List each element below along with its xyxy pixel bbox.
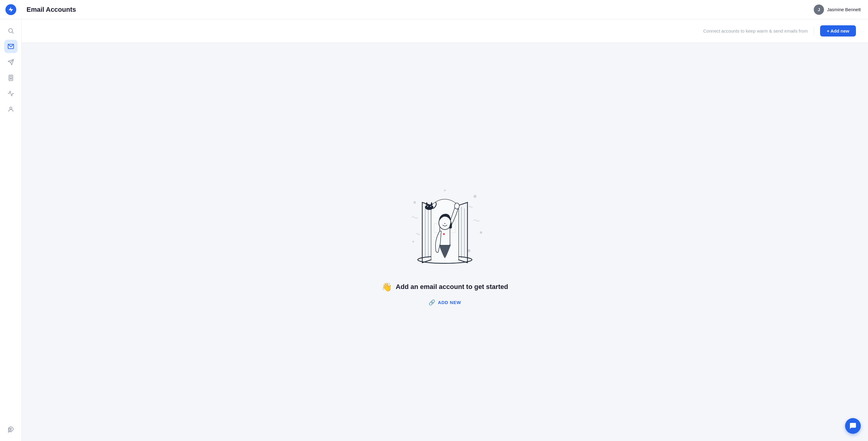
empty-state-text: Add an email account to get started	[396, 283, 508, 291]
svg-point-9	[10, 428, 11, 429]
svg-point-11	[473, 195, 476, 198]
sidebar-bottom	[4, 423, 18, 436]
sidebar-item-send[interactable]	[4, 56, 18, 69]
topbar: Email Accounts J Jasmine Bennett	[0, 0, 868, 19]
user-area[interactable]: J Jasmine Bennett	[814, 4, 861, 15]
user-avatar: J	[814, 4, 824, 15]
svg-line-1	[12, 32, 13, 33]
wave-emoji: 👋	[381, 282, 392, 292]
svg-point-27	[444, 223, 445, 224]
add-new-header-button[interactable]: + Add new	[820, 25, 856, 36]
chat-button[interactable]	[845, 418, 861, 434]
logo-area	[0, 0, 22, 19]
header-divider	[814, 27, 814, 36]
illustration	[397, 178, 493, 275]
sidebar-item-profile[interactable]	[4, 102, 18, 116]
svg-rect-6	[10, 76, 12, 79]
svg-point-15	[467, 249, 470, 252]
svg-point-12	[480, 231, 482, 234]
sidebar-item-email[interactable]	[4, 40, 18, 53]
add-new-link[interactable]: 🔗 ADD NEW	[429, 299, 461, 306]
empty-state: 👋 Add an email account to get started 🔗 …	[22, 43, 868, 441]
svg-point-25	[455, 203, 459, 209]
header-subtitle: Connect accounts to keep warm & send ema…	[703, 28, 808, 33]
user-name: Jasmine Bennett	[827, 7, 861, 12]
empty-state-title: 👋 Add an email account to get started	[381, 282, 508, 292]
svg-point-29	[425, 205, 433, 210]
sidebar-item-analytics[interactable]	[4, 87, 18, 100]
svg-point-14	[444, 189, 446, 191]
page-title: Email Accounts	[27, 6, 76, 13]
content-header: Connect accounts to keep warm & send ema…	[22, 19, 868, 43]
add-new-link-label: ADD NEW	[438, 300, 461, 305]
svg-point-13	[412, 241, 414, 242]
sidebar-item-templates[interactable]	[4, 71, 18, 85]
svg-point-8	[10, 107, 12, 109]
svg-point-32	[427, 206, 428, 207]
link-icon: 🔗	[429, 299, 435, 306]
sidebar-item-rocket[interactable]	[4, 423, 18, 436]
svg-marker-31	[430, 202, 433, 205]
svg-point-10	[413, 201, 416, 204]
topbar-left: Email Accounts	[0, 0, 76, 19]
svg-point-28	[443, 233, 445, 235]
sidebar	[0, 19, 22, 441]
svg-point-33	[430, 206, 431, 207]
sidebar-item-search[interactable]	[4, 24, 18, 37]
logo-icon	[5, 4, 16, 15]
main-content: Connect accounts to keep warm & send ema…	[22, 19, 868, 441]
